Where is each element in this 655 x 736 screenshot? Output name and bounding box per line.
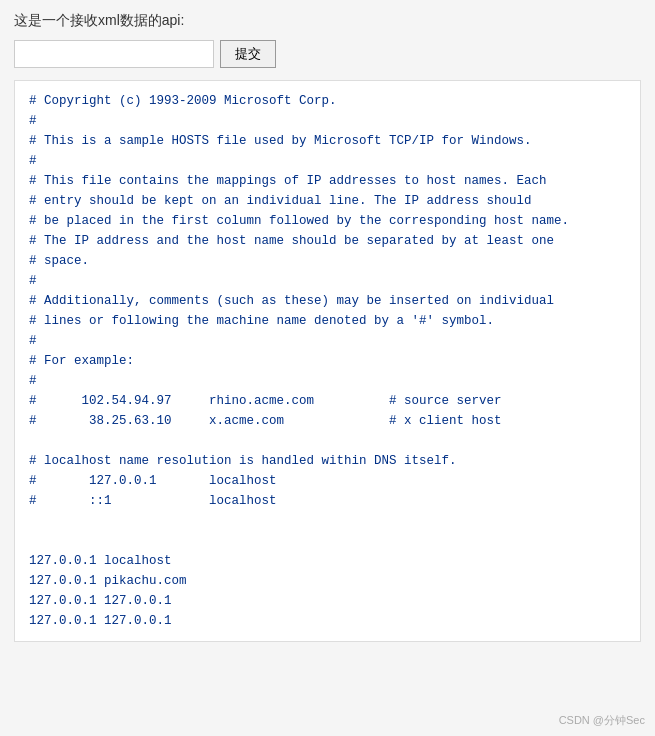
form-row: 提交 <box>14 40 641 68</box>
page-wrapper: 这是一个接收xml数据的api: 提交 # Copyright (c) 1993… <box>0 0 655 736</box>
page-description: 这是一个接收xml数据的api: <box>14 12 641 30</box>
xml-input[interactable] <box>14 40 214 68</box>
submit-button[interactable]: 提交 <box>220 40 276 68</box>
output-box: # Copyright (c) 1993-2009 Microsoft Corp… <box>14 80 641 642</box>
watermark: CSDN @分钟Sec <box>559 713 645 728</box>
